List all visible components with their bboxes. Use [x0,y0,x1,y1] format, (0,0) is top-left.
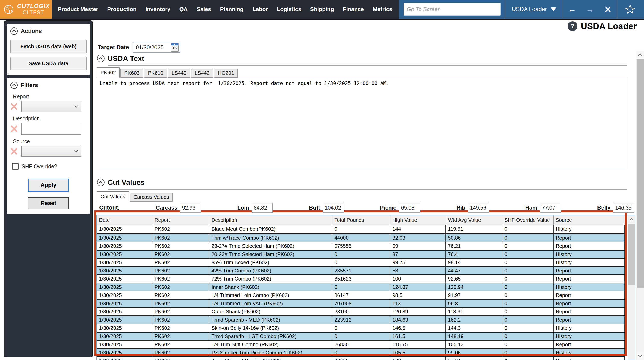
tab-carcass-values[interactable]: Carcass Values [130,192,173,201]
table-row[interactable]: 1/30/2025PK60220-23# Trmd Selected Ham (… [97,250,625,258]
table-row[interactable]: 1/30/2025PK60223-27# Trmd Selected Ham (… [97,242,625,250]
back-button[interactable]: ← [563,0,581,18]
clear-report-filter-icon[interactable] [10,102,18,111]
nav-item-shipping[interactable]: Shipping [310,6,334,12]
description-filter-input[interactable] [21,123,81,135]
chevron-down-icon [551,7,556,11]
page-scrollbar-thumb[interactable] [636,59,644,288]
table-row[interactable]: 1/30/2025PK602RS Smoker Trim Picnic Comb… [97,348,625,357]
cutout-field-input[interactable]: 65.08 [399,202,420,213]
tab-pk602[interactable]: PK602 [97,67,120,78]
page-scrollbar[interactable] [636,51,644,360]
forward-button[interactable]: → [581,0,599,18]
table-row[interactable]: 1/30/2025PK6021/4 Trimmed Loin Combo (PK… [97,291,625,299]
cutout-field-input[interactable]: 92.93 [180,202,201,213]
usda-text-tabs: PK602PK603PK610LS440LS442HG201 [97,67,238,78]
nav-item-labor[interactable]: Labor [252,6,268,12]
cutout-field-input[interactable]: 77.07 [540,202,561,213]
target-date-input[interactable]: 01/30/2025 15 [133,42,180,53]
cutout-field-carcass: Carcass92.93 [156,202,201,213]
top-bar-right: USDA Loader ← → [399,0,644,18]
shf-override-checkbox[interactable] [12,163,18,170]
fetch-usda-data-button[interactable]: Fetch USDA data (web) [10,40,87,53]
brand-name: CUTLOGIX [17,3,50,9]
cutout-field-input[interactable]: 149.56 [468,202,489,213]
tab-hg201[interactable]: HG201 [214,69,238,78]
table-row[interactable]: 1/30/2025PK602Trmd Sparerib - LGT Combo … [97,332,625,340]
main-menu: Product MasterProductionInventoryQASales… [52,0,421,18]
column-header-high-value[interactable]: High Value [390,215,446,225]
cutout-field-label: Ham [525,204,537,211]
table-row[interactable]: 1/30/2025PK60285% Trim Boxed (PK602)099.… [97,258,625,266]
nav-item-planning[interactable]: Planning [220,6,244,12]
source-select[interactable] [21,146,81,157]
table-row[interactable]: 1/30/2025PK602Jowl, Skinned Combo (PK602… [97,356,625,360]
nav-item-product-master[interactable]: Product Master [58,6,98,12]
column-header-source[interactable]: Source [554,215,625,225]
cutout-field-picnic: Picnic65.08 [380,202,420,213]
screen-selector-dropdown[interactable]: USDA Loader [505,0,563,18]
cut-values-section-header: Cut Values [96,178,145,186]
table-row[interactable]: 1/30/2025PK602Outer Shank (PK602)2810012… [97,307,625,316]
tab-ls440[interactable]: LS440 [168,69,190,78]
nav-item-metrics[interactable]: Metrics [373,6,392,12]
table-row[interactable]: 1/30/2025PK60242% Trim Combo (PK602)2355… [97,266,625,275]
clear-source-filter-icon[interactable] [10,147,18,155]
tab-cut-values[interactable]: Cut Values [97,191,129,201]
tab-pk610[interactable]: PK610 [144,69,167,78]
nav-item-production[interactable]: Production [107,6,136,12]
column-header-report[interactable]: Report [152,215,209,225]
cutout-field-ham: Ham77.07 [525,202,561,213]
table-row[interactable]: 1/30/2025PK602Skin-on Belly 14-16# (PK60… [97,324,625,332]
cutout-field-input[interactable]: 104.02 [323,202,344,213]
collapse-icon[interactable] [96,178,105,186]
close-screen-button[interactable] [599,0,617,18]
nav-item-finance[interactable]: Finance [343,6,364,12]
actions-panel: Actions Fetch USDA data (web) Save USDA … [6,24,90,75]
nav-item-sales[interactable]: Sales [197,6,211,12]
help-icon[interactable]: ? [568,21,578,31]
table-row[interactable]: 1/30/2025PK602Trmd Sparerib - MED (PK602… [97,316,625,324]
column-header-wtd-avg-value[interactable]: Wtd Avg Value [446,215,502,225]
scroll-down-icon[interactable] [636,352,644,360]
nav-item-inventory[interactable]: Inventory [145,6,170,12]
report-select[interactable] [21,101,81,112]
filters-title: Filters [21,82,38,89]
table-row[interactable]: 1/30/2025PK6021/4 Trimmed Loin VAC (PK60… [97,299,625,307]
column-header-date[interactable]: Date [97,215,152,225]
calendar-day: 15 [171,45,178,51]
usda-text-title: USDA Text [108,54,144,63]
favorite-star-icon[interactable] [617,0,643,18]
grid-body: 1/30/2025PK602Blade Meat Combo (PK602)01… [97,225,635,360]
usda-text-area[interactable]: Unable to process USDA text report for 1… [97,78,627,169]
collapse-icon[interactable] [10,27,18,35]
table-row[interactable]: 1/30/2025PK60272% Trim Combo (PK602)3516… [97,274,625,283]
save-usda-data-button[interactable]: Save USDA data [10,57,87,70]
apply-button[interactable]: Apply [28,179,69,192]
cutout-field-input[interactable]: 146.35 [613,202,634,213]
table-row[interactable]: 1/30/2025PK602Inner Shank (PK602)0124.87… [97,283,625,291]
scroll-up-icon[interactable] [636,51,644,59]
nav-item-qa[interactable]: QA [180,6,188,12]
go-to-screen-input[interactable] [404,3,500,15]
cutout-field-input[interactable]: 84.82 [252,202,273,213]
scroll-up-icon[interactable] [628,215,635,223]
column-header-description[interactable]: Description [209,215,332,225]
tab-pk603[interactable]: PK603 [120,69,144,78]
reset-button[interactable]: Reset [28,197,69,209]
nav-item-logistics[interactable]: Logistics [277,6,301,12]
table-row[interactable]: 1/30/2025PK602Blade Meat Combo (PK602)01… [97,225,625,233]
collapse-icon[interactable] [10,81,18,89]
column-header-total-pounds[interactable]: Total Pounds [332,215,390,225]
table-row[interactable]: 1/30/2025PK602Trim w/Trace Combo (PK602)… [97,233,625,242]
collapse-icon[interactable] [96,54,105,63]
column-header-shf-override-value[interactable]: SHF Override Value [502,215,554,225]
grid-scrollbar[interactable] [628,215,635,360]
table-row[interactable]: 1/30/2025PK6021/4 Trim Butt Combo (PK602… [97,340,625,348]
tab-ls442[interactable]: LS442 [191,69,214,78]
clear-description-filter-icon[interactable] [10,125,18,133]
calendar-icon[interactable]: 15 [171,43,178,51]
actions-panel-header: Actions [6,24,90,36]
grid-scrollbar-thumb[interactable] [628,224,635,285]
report-filter-label: Report [13,94,90,100]
